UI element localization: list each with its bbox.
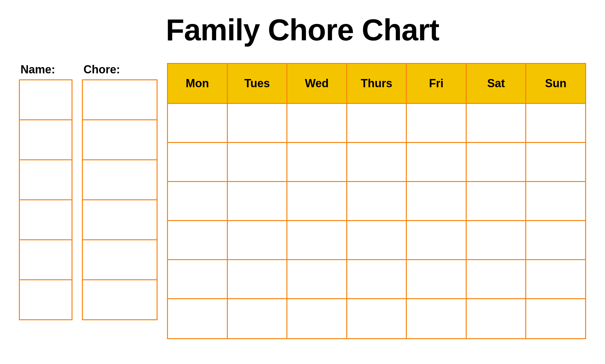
day-header-thurs: Thurs	[346, 63, 407, 104]
cell-r1-tues[interactable]	[227, 103, 288, 144]
chore-cell-2[interactable]	[82, 119, 158, 160]
cell-r1-sun[interactable]	[525, 103, 586, 144]
day-header-mon: Mon	[167, 63, 228, 104]
cell-r5-mon[interactable]	[167, 259, 228, 300]
cell-r3-wed[interactable]	[286, 181, 347, 222]
cell-r2-fri[interactable]	[406, 142, 467, 183]
chore-cell-6[interactable]	[82, 279, 158, 320]
name-cell-3[interactable]	[19, 159, 72, 200]
name-cell-6[interactable]	[19, 279, 72, 320]
cell-r4-thurs[interactable]	[346, 220, 407, 261]
name-section: Name:	[19, 63, 72, 320]
cell-r3-sun[interactable]	[525, 181, 586, 222]
day-header-wed: Wed	[286, 63, 347, 104]
days-row-2	[167, 143, 586, 183]
day-header-sat: Sat	[466, 63, 527, 104]
days-row-1	[167, 104, 586, 144]
cell-r2-thurs[interactable]	[346, 142, 407, 183]
cell-r4-wed[interactable]	[286, 220, 347, 261]
cell-r5-tues[interactable]	[227, 259, 288, 300]
name-cell-2[interactable]	[19, 119, 72, 160]
cell-r2-sat[interactable]	[466, 142, 527, 183]
cell-r2-sun[interactable]	[525, 142, 586, 183]
cell-r4-fri[interactable]	[406, 220, 467, 261]
cell-r6-fri[interactable]	[406, 298, 467, 339]
chore-cells	[82, 79, 158, 320]
cell-r1-mon[interactable]	[167, 103, 228, 144]
day-header-tues: Tues	[227, 63, 288, 104]
cell-r2-mon[interactable]	[167, 142, 228, 183]
days-row-6	[167, 299, 586, 339]
chore-cell-4[interactable]	[82, 199, 158, 240]
day-header-fri: Fri	[406, 63, 467, 104]
cell-r1-fri[interactable]	[406, 103, 467, 144]
cell-r5-wed[interactable]	[286, 259, 347, 300]
cell-r3-tues[interactable]	[227, 181, 288, 222]
cell-r6-sun[interactable]	[525, 298, 586, 339]
days-row-3	[167, 182, 586, 222]
name-cells	[19, 79, 72, 320]
cell-r5-fri[interactable]	[406, 259, 467, 300]
cell-r4-sun[interactable]	[525, 220, 586, 261]
cell-r6-sat[interactable]	[466, 298, 527, 339]
cell-r3-fri[interactable]	[406, 181, 467, 222]
cell-r2-tues[interactable]	[227, 142, 288, 183]
cell-r2-wed[interactable]	[286, 142, 347, 183]
cell-r6-thurs[interactable]	[346, 298, 407, 339]
days-header: Mon Tues Wed Thurs Fri Sat Sun	[167, 63, 586, 104]
name-cell-4[interactable]	[19, 199, 72, 240]
cell-r4-mon[interactable]	[167, 220, 228, 261]
cell-r5-sat[interactable]	[466, 259, 527, 300]
chore-cell-5[interactable]	[82, 239, 158, 280]
cell-r6-tues[interactable]	[227, 298, 288, 339]
cell-r5-sun[interactable]	[525, 259, 586, 300]
cell-r3-thurs[interactable]	[346, 181, 407, 222]
chore-cell-3[interactable]	[82, 159, 158, 200]
cell-r1-wed[interactable]	[286, 103, 347, 144]
cell-r6-mon[interactable]	[167, 298, 228, 339]
chore-cell-1[interactable]	[82, 79, 158, 120]
name-cell-5[interactable]	[19, 239, 72, 280]
cell-r4-sat[interactable]	[466, 220, 527, 261]
cell-r5-thurs[interactable]	[346, 259, 407, 300]
page-title: Family Chore Chart	[166, 13, 439, 47]
chart-container: Name: Chore: Mon Tues Wed Thurs	[19, 63, 586, 339]
chore-label: Chore:	[82, 63, 158, 76]
cell-r1-sat[interactable]	[466, 103, 527, 144]
name-label: Name:	[19, 63, 72, 76]
cell-r3-mon[interactable]	[167, 181, 228, 222]
day-header-sun: Sun	[525, 63, 586, 104]
cell-r3-sat[interactable]	[466, 181, 527, 222]
cell-r6-wed[interactable]	[286, 298, 347, 339]
days-row-4	[167, 221, 586, 261]
cell-r4-tues[interactable]	[227, 220, 288, 261]
days-row-5	[167, 260, 586, 300]
days-section: Mon Tues Wed Thurs Fri Sat Sun	[167, 63, 586, 339]
days-body	[167, 104, 586, 339]
chore-section: Chore:	[82, 63, 158, 320]
name-cell-1[interactable]	[19, 79, 72, 120]
cell-r1-thurs[interactable]	[346, 103, 407, 144]
